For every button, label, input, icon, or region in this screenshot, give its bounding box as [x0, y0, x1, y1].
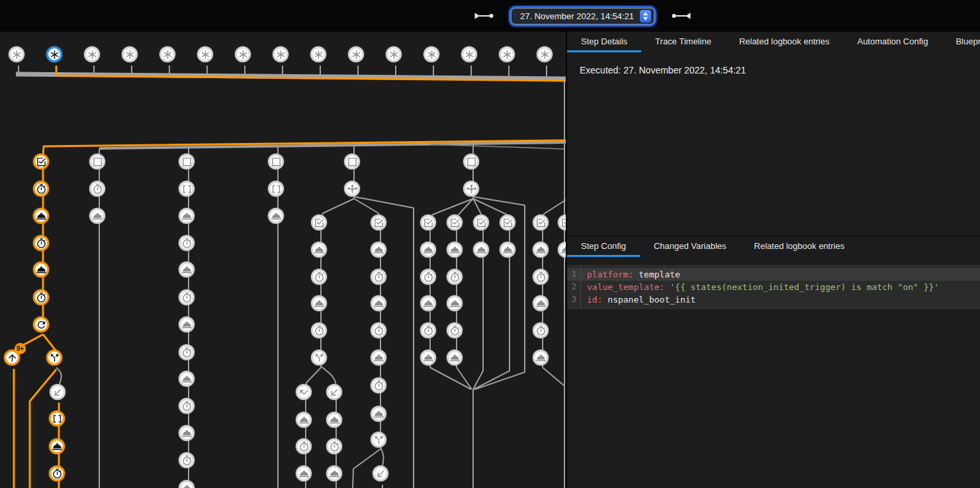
trace-node-asterisk[interactable]: [235, 46, 251, 62]
trace-node-room-service[interactable]: [179, 317, 195, 332]
trace-node-asterisk[interactable]: [499, 46, 515, 62]
trace-node-room-service[interactable]: [179, 371, 195, 387]
trace-node-room-service[interactable]: [371, 295, 386, 311]
trace-node-room-service[interactable]: [371, 406, 386, 422]
trace-node-timer[interactable]: [311, 322, 327, 338]
trace-node-room-service[interactable]: [420, 350, 436, 366]
trace-node-room-service[interactable]: [311, 295, 327, 311]
tab-related-logbook-entries[interactable]: Related logbook entries: [725, 32, 844, 52]
trace-node-room-service[interactable]: [533, 350, 549, 366]
trace-node-room-service[interactable]: [179, 262, 195, 277]
trace-node-room-service[interactable]: [326, 412, 342, 428]
previous-trace-icon[interactable]: [471, 9, 496, 23]
trace-node-timer[interactable]: [89, 181, 105, 197]
trace-node-room-service[interactable]: [179, 208, 195, 224]
trace-node-room-service[interactable]: [371, 350, 386, 366]
trace-node-timer[interactable]: [296, 438, 312, 454]
trace-node-room-service[interactable]: [89, 208, 105, 224]
next-trace-icon[interactable]: [669, 9, 694, 23]
trace-node-arrow-decision[interactable]: [463, 181, 479, 197]
trace-node-timer[interactable]: [33, 235, 49, 251]
trace-node-room-service[interactable]: [311, 242, 327, 258]
trace-node-room-service[interactable]: [179, 425, 195, 441]
trace-node-room-service[interactable]: [49, 438, 65, 454]
trace-node-timer[interactable]: [371, 269, 386, 285]
trace-node-timer[interactable]: [33, 181, 49, 197]
trace-node-timer[interactable]: [179, 235, 195, 251]
trace-node-asterisk[interactable]: [46, 46, 62, 62]
trace-node-asterisk[interactable]: [9, 46, 24, 62]
trace-node-checkbox-marked[interactable]: [311, 215, 327, 230]
tab-trace-timeline[interactable]: Trace Timeline: [641, 32, 725, 52]
trace-node-timer[interactable]: [420, 269, 436, 285]
trace-node-room-service[interactable]: [473, 242, 489, 258]
trace-node-asterisk[interactable]: [386, 46, 402, 62]
tab-related-logbook-entries[interactable]: Related logbook entries: [740, 236, 859, 257]
trace-node-timer[interactable]: [179, 344, 195, 360]
trace-node-checkbox-blank[interactable]: [179, 154, 195, 170]
trace-node-timer[interactable]: [447, 269, 463, 285]
trace-node-room-service[interactable]: [533, 295, 549, 311]
trace-node-call-split[interactable]: [311, 350, 327, 366]
trace-node-room-service[interactable]: [420, 242, 436, 258]
trace-node-code-brackets[interactable]: [179, 181, 195, 197]
trace-node-timer[interactable]: [420, 322, 436, 338]
trace-node-arrow-bottom-left[interactable]: [373, 465, 388, 481]
trace-node-arrow-bottom-left[interactable]: [50, 384, 66, 400]
trace-node-timer[interactable]: [371, 322, 386, 338]
trace-node-checkbox-blank[interactable]: [463, 154, 479, 170]
trace-node-arrow-decision[interactable]: [344, 181, 360, 197]
trace-date-select[interactable]: 27. November 2022, 14:54:21: [511, 8, 654, 24]
trace-node-timer[interactable]: [533, 322, 549, 338]
trace-node-timer[interactable]: [447, 322, 463, 338]
trace-node-timer[interactable]: [49, 465, 65, 481]
trace-node-asterisk[interactable]: [197, 46, 213, 62]
trace-node-checkbox-marked[interactable]: [473, 215, 489, 230]
trace-node-refresh[interactable]: [33, 317, 49, 332]
trace-node-room-service[interactable]: [268, 208, 284, 224]
trace-node-timer[interactable]: [33, 289, 49, 305]
trace-node-room-service[interactable]: [326, 465, 342, 481]
trace-node-call-missed[interactable]: [296, 384, 312, 400]
trace-node-asterisk[interactable]: [122, 46, 138, 62]
tab-changed-variables[interactable]: Changed Variables: [640, 236, 740, 257]
trace-node-timer[interactable]: [179, 289, 195, 305]
trace-node-room-service[interactable]: [296, 412, 312, 428]
trace-node-timer[interactable]: [533, 269, 549, 285]
trace-node-room-service[interactable]: [33, 262, 49, 277]
trace-node-checkbox-marked[interactable]: [420, 215, 436, 230]
trace-node-timer[interactable]: [326, 438, 342, 454]
trace-node-asterisk[interactable]: [537, 46, 553, 62]
trace-node-checkbox-marked[interactable]: [447, 215, 463, 230]
trace-node-asterisk[interactable]: [159, 46, 175, 62]
trace-node-call-split[interactable]: [46, 350, 62, 366]
trace-node-asterisk[interactable]: [310, 46, 326, 62]
trace-node-room-service[interactable]: [533, 242, 549, 258]
trace-node-checkbox-marked[interactable]: [533, 215, 549, 230]
trace-node-room-service[interactable]: [447, 295, 463, 311]
tab-step-details[interactable]: Step Details: [567, 32, 641, 52]
trace-node-arrow-bottom-left[interactable]: [326, 384, 342, 400]
trace-node-room-service[interactable]: [420, 295, 436, 311]
trace-node-room-service[interactable]: [500, 242, 515, 258]
trace-node-timer[interactable]: [371, 377, 386, 393]
trace-node-asterisk[interactable]: [273, 46, 289, 62]
trace-node-checkbox-blank[interactable]: [89, 154, 105, 170]
trace-node-asterisk[interactable]: [84, 46, 100, 62]
trace-node-timer[interactable]: [311, 269, 327, 285]
trace-node-asterisk[interactable]: [461, 46, 477, 62]
trace-node-checkbox-blank[interactable]: [344, 154, 360, 170]
trace-node-room-service[interactable]: [296, 465, 312, 481]
trace-node-room-service[interactable]: [447, 242, 463, 258]
trace-node-room-service[interactable]: [371, 242, 386, 258]
tab-step-config[interactable]: Step Config: [567, 236, 640, 257]
yaml-code-editor[interactable]: 1platform: template2value_template: '{{ …: [567, 265, 980, 309]
tab-blueprint-config[interactable]: Blueprint Config: [942, 32, 980, 52]
trace-node-code-brackets[interactable]: [49, 411, 65, 426]
trace-node-checkbox-marked[interactable]: [500, 215, 515, 230]
trace-node-call-split[interactable]: [371, 432, 386, 448]
trace-node-asterisk[interactable]: [423, 46, 439, 62]
trace-node-room-service[interactable]: [33, 208, 49, 224]
trace-node-timer[interactable]: [179, 452, 195, 468]
tab-automation-config[interactable]: Automation Config: [843, 32, 942, 52]
